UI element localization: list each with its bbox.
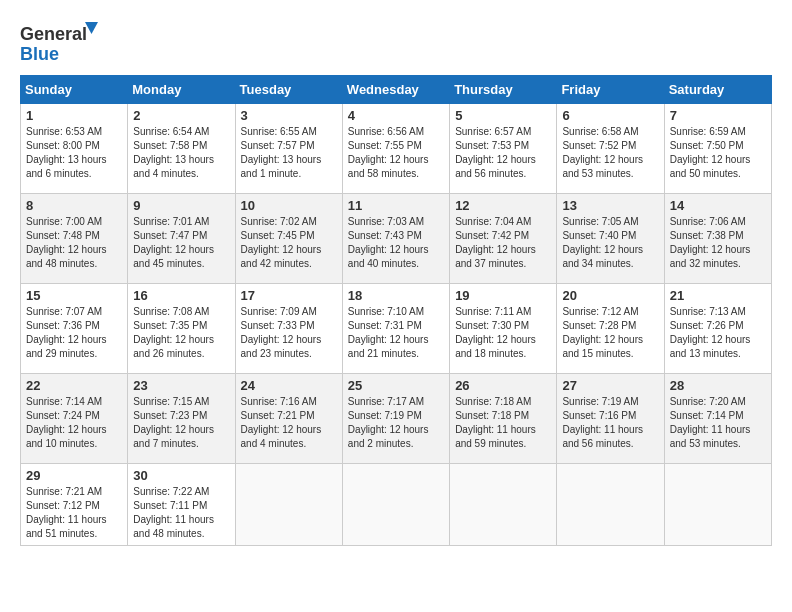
day-info: Sunrise: 6:56 AM Sunset: 7:55 PM Dayligh…: [348, 125, 444, 181]
calendar-week-5: 29Sunrise: 7:21 AM Sunset: 7:12 PM Dayli…: [21, 464, 772, 546]
day-info: Sunrise: 6:59 AM Sunset: 7:50 PM Dayligh…: [670, 125, 766, 181]
day-number: 16: [133, 288, 229, 303]
calendar-cell: 23Sunrise: 7:15 AM Sunset: 7:23 PM Dayli…: [128, 374, 235, 464]
day-number: 23: [133, 378, 229, 393]
calendar-week-4: 22Sunrise: 7:14 AM Sunset: 7:24 PM Dayli…: [21, 374, 772, 464]
day-info: Sunrise: 7:11 AM Sunset: 7:30 PM Dayligh…: [455, 305, 551, 361]
day-number: 14: [670, 198, 766, 213]
day-info: Sunrise: 7:07 AM Sunset: 7:36 PM Dayligh…: [26, 305, 122, 361]
calendar-cell: 29Sunrise: 7:21 AM Sunset: 7:12 PM Dayli…: [21, 464, 128, 546]
calendar-cell: 18Sunrise: 7:10 AM Sunset: 7:31 PM Dayli…: [342, 284, 449, 374]
svg-text:General: General: [20, 24, 87, 44]
svg-text:Blue: Blue: [20, 44, 59, 64]
calendar-cell: 21Sunrise: 7:13 AM Sunset: 7:26 PM Dayli…: [664, 284, 771, 374]
header-cell-friday: Friday: [557, 76, 664, 104]
day-info: Sunrise: 7:04 AM Sunset: 7:42 PM Dayligh…: [455, 215, 551, 271]
calendar-cell: 6Sunrise: 6:58 AM Sunset: 7:52 PM Daylig…: [557, 104, 664, 194]
day-info: Sunrise: 7:05 AM Sunset: 7:40 PM Dayligh…: [562, 215, 658, 271]
page-header: GeneralBlue: [20, 20, 772, 65]
calendar-cell: 11Sunrise: 7:03 AM Sunset: 7:43 PM Dayli…: [342, 194, 449, 284]
calendar-week-2: 8Sunrise: 7:00 AM Sunset: 7:48 PM Daylig…: [21, 194, 772, 284]
day-info: Sunrise: 7:08 AM Sunset: 7:35 PM Dayligh…: [133, 305, 229, 361]
day-info: Sunrise: 6:57 AM Sunset: 7:53 PM Dayligh…: [455, 125, 551, 181]
day-number: 29: [26, 468, 122, 483]
day-number: 1: [26, 108, 122, 123]
day-info: Sunrise: 7:03 AM Sunset: 7:43 PM Dayligh…: [348, 215, 444, 271]
calendar-cell: [235, 464, 342, 546]
day-info: Sunrise: 6:58 AM Sunset: 7:52 PM Dayligh…: [562, 125, 658, 181]
day-number: 11: [348, 198, 444, 213]
day-info: Sunrise: 7:10 AM Sunset: 7:31 PM Dayligh…: [348, 305, 444, 361]
day-number: 12: [455, 198, 551, 213]
calendar-table: SundayMondayTuesdayWednesdayThursdayFrid…: [20, 75, 772, 546]
day-info: Sunrise: 7:02 AM Sunset: 7:45 PM Dayligh…: [241, 215, 337, 271]
day-info: Sunrise: 7:16 AM Sunset: 7:21 PM Dayligh…: [241, 395, 337, 451]
day-number: 30: [133, 468, 229, 483]
day-number: 10: [241, 198, 337, 213]
calendar-cell: 26Sunrise: 7:18 AM Sunset: 7:18 PM Dayli…: [450, 374, 557, 464]
calendar-cell: 7Sunrise: 6:59 AM Sunset: 7:50 PM Daylig…: [664, 104, 771, 194]
header-cell-thursday: Thursday: [450, 76, 557, 104]
day-info: Sunrise: 7:18 AM Sunset: 7:18 PM Dayligh…: [455, 395, 551, 451]
calendar-cell: 27Sunrise: 7:19 AM Sunset: 7:16 PM Dayli…: [557, 374, 664, 464]
day-number: 20: [562, 288, 658, 303]
calendar-cell: 30Sunrise: 7:22 AM Sunset: 7:11 PM Dayli…: [128, 464, 235, 546]
day-number: 7: [670, 108, 766, 123]
day-info: Sunrise: 6:54 AM Sunset: 7:58 PM Dayligh…: [133, 125, 229, 181]
calendar-cell: 5Sunrise: 6:57 AM Sunset: 7:53 PM Daylig…: [450, 104, 557, 194]
day-number: 8: [26, 198, 122, 213]
calendar-cell: 24Sunrise: 7:16 AM Sunset: 7:21 PM Dayli…: [235, 374, 342, 464]
day-info: Sunrise: 7:20 AM Sunset: 7:14 PM Dayligh…: [670, 395, 766, 451]
calendar-cell: 1Sunrise: 6:53 AM Sunset: 8:00 PM Daylig…: [21, 104, 128, 194]
day-info: Sunrise: 7:21 AM Sunset: 7:12 PM Dayligh…: [26, 485, 122, 541]
calendar-cell: [450, 464, 557, 546]
logo: GeneralBlue: [20, 20, 100, 65]
calendar-cell: 15Sunrise: 7:07 AM Sunset: 7:36 PM Dayli…: [21, 284, 128, 374]
calendar-cell: 22Sunrise: 7:14 AM Sunset: 7:24 PM Dayli…: [21, 374, 128, 464]
day-number: 27: [562, 378, 658, 393]
calendar-cell: 2Sunrise: 6:54 AM Sunset: 7:58 PM Daylig…: [128, 104, 235, 194]
calendar-cell: [342, 464, 449, 546]
day-info: Sunrise: 6:53 AM Sunset: 8:00 PM Dayligh…: [26, 125, 122, 181]
calendar-cell: 16Sunrise: 7:08 AM Sunset: 7:35 PM Dayli…: [128, 284, 235, 374]
header-cell-saturday: Saturday: [664, 76, 771, 104]
day-number: 22: [26, 378, 122, 393]
calendar-body: 1Sunrise: 6:53 AM Sunset: 8:00 PM Daylig…: [21, 104, 772, 546]
day-info: Sunrise: 7:09 AM Sunset: 7:33 PM Dayligh…: [241, 305, 337, 361]
logo-svg: GeneralBlue: [20, 20, 100, 65]
day-number: 2: [133, 108, 229, 123]
calendar-cell: [664, 464, 771, 546]
day-number: 18: [348, 288, 444, 303]
calendar-cell: 13Sunrise: 7:05 AM Sunset: 7:40 PM Dayli…: [557, 194, 664, 284]
day-info: Sunrise: 7:00 AM Sunset: 7:48 PM Dayligh…: [26, 215, 122, 271]
calendar-cell: 9Sunrise: 7:01 AM Sunset: 7:47 PM Daylig…: [128, 194, 235, 284]
header-cell-wednesday: Wednesday: [342, 76, 449, 104]
calendar-cell: 14Sunrise: 7:06 AM Sunset: 7:38 PM Dayli…: [664, 194, 771, 284]
day-number: 26: [455, 378, 551, 393]
calendar-header: SundayMondayTuesdayWednesdayThursdayFrid…: [21, 76, 772, 104]
calendar-cell: 3Sunrise: 6:55 AM Sunset: 7:57 PM Daylig…: [235, 104, 342, 194]
day-number: 24: [241, 378, 337, 393]
day-number: 21: [670, 288, 766, 303]
day-number: 28: [670, 378, 766, 393]
calendar-cell: [557, 464, 664, 546]
day-number: 13: [562, 198, 658, 213]
day-number: 15: [26, 288, 122, 303]
day-info: Sunrise: 7:06 AM Sunset: 7:38 PM Dayligh…: [670, 215, 766, 271]
day-number: 4: [348, 108, 444, 123]
calendar-week-3: 15Sunrise: 7:07 AM Sunset: 7:36 PM Dayli…: [21, 284, 772, 374]
calendar-cell: 12Sunrise: 7:04 AM Sunset: 7:42 PM Dayli…: [450, 194, 557, 284]
day-number: 19: [455, 288, 551, 303]
day-info: Sunrise: 7:22 AM Sunset: 7:11 PM Dayligh…: [133, 485, 229, 541]
calendar-cell: 19Sunrise: 7:11 AM Sunset: 7:30 PM Dayli…: [450, 284, 557, 374]
day-info: Sunrise: 7:13 AM Sunset: 7:26 PM Dayligh…: [670, 305, 766, 361]
day-number: 6: [562, 108, 658, 123]
calendar-cell: 17Sunrise: 7:09 AM Sunset: 7:33 PM Dayli…: [235, 284, 342, 374]
calendar-cell: 10Sunrise: 7:02 AM Sunset: 7:45 PM Dayli…: [235, 194, 342, 284]
day-number: 25: [348, 378, 444, 393]
calendar-cell: 8Sunrise: 7:00 AM Sunset: 7:48 PM Daylig…: [21, 194, 128, 284]
day-info: Sunrise: 7:15 AM Sunset: 7:23 PM Dayligh…: [133, 395, 229, 451]
calendar-cell: 20Sunrise: 7:12 AM Sunset: 7:28 PM Dayli…: [557, 284, 664, 374]
day-info: Sunrise: 7:19 AM Sunset: 7:16 PM Dayligh…: [562, 395, 658, 451]
header-cell-monday: Monday: [128, 76, 235, 104]
